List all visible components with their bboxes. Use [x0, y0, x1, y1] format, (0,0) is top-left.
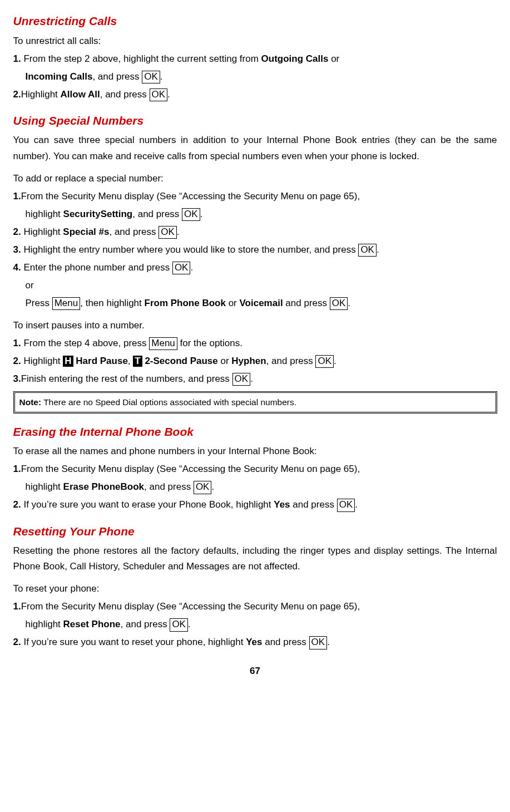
period: . — [348, 298, 350, 308]
page-number: 67 — [13, 663, 497, 679]
ok-key: OK — [330, 297, 348, 310]
step-text: , and press — [266, 356, 316, 366]
ok-key: OK — [170, 618, 188, 631]
step-text: Highlight — [23, 227, 63, 237]
step-2: 2. If you’re sure you want to reset your… — [13, 634, 497, 650]
step-text: , — [128, 356, 133, 366]
step-2: 2. Highlight H Hard Pause, T 2-Second Pa… — [13, 353, 497, 369]
intro-text: To unrestrict all calls: — [13, 33, 497, 49]
ok-key: OK — [309, 636, 328, 649]
period: . — [177, 227, 180, 237]
step-number: 4. — [13, 262, 21, 273]
ok-key: OK — [159, 226, 177, 239]
step-text: for the options. — [177, 338, 242, 348]
step-text: , and press — [100, 89, 150, 100]
step-1: 1. From the step 2 above, highlight the … — [13, 51, 497, 67]
step-text: and press — [262, 637, 309, 647]
note-label: Note: — [19, 397, 42, 407]
step-number: 2. — [13, 499, 21, 510]
ok-key: OK — [172, 262, 191, 274]
label-hyphen: Hyphen — [231, 356, 266, 366]
subheading: To insert pauses into a number. — [13, 318, 497, 333]
period: . — [211, 481, 214, 492]
step-text: and press — [283, 298, 330, 308]
ok-key: OK — [150, 88, 168, 101]
ok-key: OK — [142, 71, 160, 83]
label-yes: Yes — [274, 499, 290, 510]
label-allow-all: Allow All — [61, 89, 100, 100]
menu-key: Menu — [149, 337, 177, 350]
ok-key: OK — [194, 481, 212, 494]
step-1: 1.From the Security Menu display (See “A… — [13, 189, 497, 204]
ok-key: OK — [358, 244, 377, 257]
label-2-second-pause: 2-Second Pause — [142, 356, 218, 366]
step-text: Finish entering the rest of the numbers,… — [21, 373, 232, 384]
period: . — [327, 637, 330, 647]
step-3: 3.Finish entering the rest of the number… — [13, 371, 497, 387]
hard-pause-icon: H — [63, 356, 73, 367]
step-text: Highlight — [23, 356, 63, 366]
step-2: 2. If you’re sure you want to erase your… — [13, 497, 497, 513]
step-text: , and press — [132, 209, 182, 219]
period: . — [160, 71, 163, 82]
step-continuation: highlight Reset Phone, and press OK. — [13, 617, 497, 632]
step-number: 1. — [13, 601, 21, 612]
step-3: 3. Highlight the entry number where you … — [13, 242, 497, 258]
step-text: highlight — [26, 619, 63, 629]
step-number: 2. — [13, 637, 21, 647]
ok-key: OK — [337, 499, 355, 511]
period: . — [250, 373, 253, 384]
step-or: or — [13, 278, 497, 293]
step-text: From the step 2 above, highlight the cur… — [23, 53, 261, 64]
step-number: 1. — [13, 464, 21, 474]
step-text: From the Security Menu display (See “Acc… — [21, 601, 360, 612]
step-number: 1. — [13, 53, 21, 64]
step-number: 3. — [13, 244, 21, 255]
period: . — [334, 356, 336, 366]
subheading: To add or replace a special number: — [13, 171, 497, 186]
ok-key: OK — [182, 208, 200, 221]
step-1: 1. From the step 4 above, press Menu for… — [13, 336, 497, 351]
ok-key: OK — [232, 373, 251, 386]
intro-text: To erase all the names and phone numbers… — [13, 444, 497, 459]
label-reset-phone: Reset Phone — [63, 619, 121, 629]
step-2: 2. Highlight Special #s, and press OK. — [13, 224, 497, 240]
note-text: There are no Speed Dial options associat… — [41, 397, 296, 407]
two-second-pause-icon: T — [133, 356, 142, 367]
step-text: , then highlight — [80, 298, 144, 308]
step-text: If you’re sure you want to reset your ph… — [23, 637, 246, 647]
step-text: , and press — [109, 227, 159, 237]
step-text: If you’re sure you want to erase your Ph… — [23, 499, 274, 510]
step-text: highlight — [26, 209, 63, 219]
step-text: From the Security Menu display (See “Acc… — [21, 464, 360, 474]
step-text: From the step 4 above, press — [23, 338, 149, 348]
period: . — [190, 262, 193, 273]
period: . — [167, 89, 170, 100]
step-number: 2. — [13, 356, 21, 366]
heading-unrestricting: Unrestricting Calls — [13, 12, 497, 31]
period: . — [188, 619, 191, 629]
step-text: or — [328, 53, 339, 64]
heading-erasing-phonebook: Erasing the Internal Phone Book — [13, 422, 497, 442]
label-erase-phonebook: Erase PhoneBook — [63, 481, 145, 492]
note-box: Note: There are no Speed Dial options as… — [13, 391, 497, 414]
heading-special-numbers: Using Special Numbers — [13, 111, 497, 131]
label-voicemail: Voicemail — [240, 298, 283, 308]
label-yes: Yes — [246, 637, 262, 647]
label-incoming-calls: Incoming Calls — [26, 71, 93, 82]
intro-text: You can save three special numbers in ad… — [13, 132, 497, 164]
label-outgoing-calls: Outgoing Calls — [261, 53, 329, 64]
step-text: , and press — [92, 71, 142, 82]
subheading: To reset your phone: — [13, 581, 497, 597]
step-text: Press — [26, 298, 52, 308]
step-text: From the Security Menu display (See “Acc… — [21, 191, 360, 201]
step-continuation: Press Menu, then highlight From Phone Bo… — [13, 296, 497, 311]
step-number: 1. — [13, 338, 21, 348]
intro-text: Resetting the phone restores all the fac… — [13, 543, 497, 574]
step-1: 1.From the Security Menu display (See “A… — [13, 461, 497, 477]
step-number: 2. — [13, 227, 21, 237]
step-continuation: Incoming Calls, and press OK. — [13, 69, 497, 85]
step-number: 1. — [13, 191, 21, 201]
step-text: Enter the phone number and press — [23, 262, 172, 273]
step-text: , and press — [144, 481, 194, 492]
